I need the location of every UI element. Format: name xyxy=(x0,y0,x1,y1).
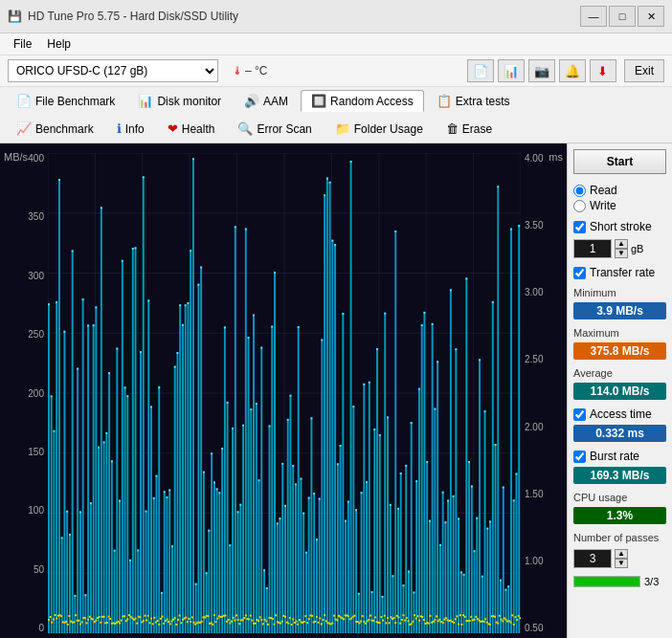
tab-aam-label: AAM xyxy=(263,95,288,108)
temperature-value: – °C xyxy=(245,64,267,77)
maximize-button[interactable]: □ xyxy=(609,6,636,27)
toolbar-icon-2[interactable]: 📊 xyxy=(498,59,525,82)
short-stroke-down-button[interactable]: ▼ xyxy=(615,249,628,258)
y-left-200: 200 xyxy=(28,388,44,399)
title-bar-controls: — □ ✕ xyxy=(580,6,664,27)
minimum-label: Minimum xyxy=(573,287,666,298)
temperature-display: 🌡 – °C xyxy=(226,64,273,77)
burst-rate-label: Burst rate xyxy=(590,450,639,463)
read-radio[interactable] xyxy=(573,185,586,197)
right-panel: Start Read Write Short stroke ▲ ▼ gB xyxy=(567,143,672,638)
average-label: Average xyxy=(573,367,666,379)
short-stroke-up-button[interactable]: ▲ xyxy=(615,239,628,249)
toolbar-icon-3[interactable]: 📷 xyxy=(528,59,555,82)
tabs-row-2: 📈 Benchmark ℹ Info ❤ Health 🔍 Error Scan… xyxy=(0,115,672,143)
access-time-checkbox[interactable] xyxy=(573,408,586,421)
burst-rate-checkbox-label[interactable]: Burst rate xyxy=(573,450,666,463)
toolbar-icon-download[interactable]: ⬇ xyxy=(590,59,616,82)
toolbar-icon-1[interactable]: 📄 xyxy=(467,59,494,82)
erase-icon: 🗑 xyxy=(446,121,459,136)
tab-file-benchmark[interactable]: 📄 File Benchmark xyxy=(6,90,125,112)
app-title: HD Tune Pro 5.75 - Hard Disk/SSD Utility xyxy=(28,10,238,23)
short-stroke-checkbox-label[interactable]: Short stroke xyxy=(573,220,666,233)
tab-info-label: Info xyxy=(125,122,145,136)
tab-erase[interactable]: 🗑 Erase xyxy=(436,118,503,140)
short-stroke-unit: gB xyxy=(631,243,643,254)
y-left-0: 0 xyxy=(38,623,44,633)
thermometer-icon: 🌡 xyxy=(232,64,243,77)
burst-rate-checkbox[interactable] xyxy=(573,451,586,463)
tab-erase-label: Erase xyxy=(462,122,492,136)
tab-health[interactable]: ❤ Health xyxy=(157,118,226,140)
tab-extra-tests-label: Extra tests xyxy=(456,95,510,108)
folder-usage-icon: 📁 xyxy=(335,121,350,136)
transfer-rate-checkbox[interactable] xyxy=(573,267,586,279)
passes-spin-buttons: ▲ ▼ xyxy=(615,549,628,568)
start-button[interactable]: Start xyxy=(573,149,666,174)
tab-folder-usage[interactable]: 📁 Folder Usage xyxy=(325,118,434,140)
menu-bar: File Help xyxy=(0,33,672,55)
short-stroke-checkbox[interactable] xyxy=(573,221,586,233)
short-stroke-input[interactable] xyxy=(573,239,612,258)
progress-bar-fill xyxy=(574,577,639,586)
tab-info[interactable]: ℹ Info xyxy=(106,118,155,140)
cpu-usage-label: CPU usage xyxy=(573,492,666,503)
y-left-150: 150 xyxy=(28,447,44,457)
minimize-button[interactable]: — xyxy=(580,6,607,27)
toolbar-icons: 📄 📊 📷 🔔 ⬇ xyxy=(467,59,616,82)
tab-aam[interactable]: 🔊 AAM xyxy=(234,90,299,112)
tab-benchmark[interactable]: 📈 Benchmark xyxy=(6,118,104,140)
passes-input[interactable] xyxy=(573,549,612,568)
title-bar-left: 💾 HD Tune Pro 5.75 - Hard Disk/SSD Utili… xyxy=(8,10,238,23)
tab-error-scan[interactable]: 🔍 Error Scan xyxy=(227,118,322,140)
read-radio-label[interactable]: Read xyxy=(573,184,666,197)
progress-bar xyxy=(573,576,640,587)
file-benchmark-icon: 📄 xyxy=(16,94,32,108)
passes-down-button[interactable]: ▼ xyxy=(615,559,628,568)
error-scan-icon: 🔍 xyxy=(237,121,253,136)
y-axis-right: 4.00 3.50 3.00 2.50 2.00 1.50 1.00 0.50 xyxy=(521,153,567,633)
y-left-300: 300 xyxy=(28,271,44,281)
write-label: Write xyxy=(590,199,616,212)
drive-select[interactable]: ORICO UFSD-C (127 gB) xyxy=(8,59,218,82)
random-access-icon: 🔲 xyxy=(311,94,326,108)
access-time-label: Access time xyxy=(590,407,652,421)
toolbar: ORICO UFSD-C (127 gB) 🌡 – °C 📄 📊 📷 🔔 ⬇ E… xyxy=(0,55,672,87)
tab-extra-tests[interactable]: 📋 Extra tests xyxy=(426,90,521,112)
tab-disk-monitor[interactable]: 📊 Disk monitor xyxy=(127,90,232,112)
chart-canvas xyxy=(48,153,521,633)
close-button[interactable]: ✕ xyxy=(638,6,664,27)
y-left-100: 100 xyxy=(28,505,44,516)
cpu-usage-value: 1.3% xyxy=(573,507,666,524)
transfer-rate-checkbox-label[interactable]: Transfer rate xyxy=(573,266,666,279)
y-right-050: 0.50 xyxy=(525,623,543,633)
write-radio[interactable] xyxy=(573,200,586,212)
read-label: Read xyxy=(590,184,617,197)
y-right-250: 2.50 xyxy=(525,354,543,364)
access-time-checkbox-label[interactable]: Access time xyxy=(573,407,666,421)
maximum-value: 375.8 MB/s xyxy=(573,342,666,360)
y-left-label-top: 400 xyxy=(28,153,44,164)
main-content: 400 350 300 250 200 150 100 50 0 MB/s 4.… xyxy=(0,143,672,638)
y-axis-left-title: MB/s xyxy=(4,151,28,163)
y-right-1: 1.00 xyxy=(525,556,543,566)
toolbar-icon-4[interactable]: 🔔 xyxy=(559,59,586,82)
short-stroke-label: Short stroke xyxy=(590,220,652,233)
exit-button[interactable]: Exit xyxy=(624,59,664,82)
menu-help[interactable]: Help xyxy=(41,35,77,53)
benchmark-icon: 📈 xyxy=(16,121,32,136)
passes-up-button[interactable]: ▲ xyxy=(615,549,628,559)
chart-area: 400 350 300 250 200 150 100 50 0 MB/s 4.… xyxy=(0,143,567,638)
tab-health-label: Health xyxy=(182,122,215,136)
disk-monitor-icon: 📊 xyxy=(138,94,153,108)
short-stroke-spin-row: ▲ ▼ gB xyxy=(573,239,666,258)
tab-random-access[interactable]: 🔲 Random Access xyxy=(301,90,424,112)
access-time-value: 0.332 ms xyxy=(573,425,666,442)
y-left-250: 250 xyxy=(28,329,44,340)
tab-disk-monitor-label: Disk monitor xyxy=(157,95,221,108)
read-write-radio-group: Read Write xyxy=(573,184,666,212)
transfer-rate-label: Transfer rate xyxy=(590,266,655,279)
menu-file[interactable]: File xyxy=(8,35,37,53)
short-stroke-spin-buttons: ▲ ▼ xyxy=(615,239,628,258)
write-radio-label[interactable]: Write xyxy=(573,199,666,212)
